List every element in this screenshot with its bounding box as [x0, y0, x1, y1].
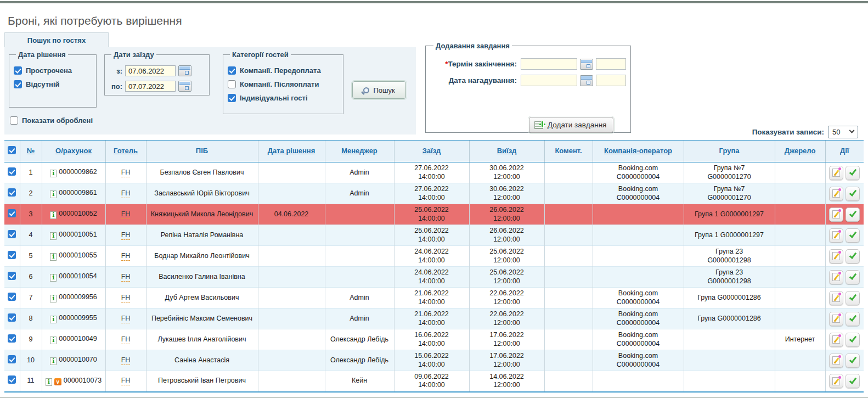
row-checkbox[interactable] [8, 375, 16, 384]
row-checkbox[interactable] [8, 334, 16, 343]
confirm-booking-button[interactable] [846, 312, 860, 326]
edit-booking-button[interactable] [829, 374, 843, 388]
confirm-booking-button[interactable] [846, 166, 860, 180]
sortable-column-link[interactable]: Виїзд [497, 147, 517, 155]
hotel-link[interactable]: FH [121, 231, 131, 240]
row-checkbox[interactable] [8, 251, 16, 259]
select-all-checkbox[interactable] [8, 146, 16, 154]
deadline-time-input[interactable] [596, 58, 626, 70]
filter-option[interactable]: Компанії. Післяоплати [228, 80, 339, 88]
edit-booking-button[interactable] [829, 354, 843, 368]
sortable-column-link[interactable]: № [27, 147, 35, 155]
decision-date-cell [258, 267, 325, 288]
filter-checkbox[interactable] [14, 80, 22, 88]
info-icon[interactable]: i [50, 357, 57, 365]
sortable-column-link[interactable]: О/рахунок [55, 147, 92, 155]
confirm-booking-button[interactable] [846, 270, 860, 284]
table-row: 7i0000009956FHДуб Артем ВасильовичAdmin2… [4, 288, 864, 309]
hotel-link[interactable]: FH [121, 294, 131, 302]
row-number-cell: 3 [20, 204, 42, 225]
decision-date-cell [258, 183, 325, 204]
filter-checkbox[interactable] [228, 66, 236, 75]
hotel-link[interactable]: FH [121, 356, 131, 365]
confirm-booking-button[interactable] [846, 354, 860, 368]
edit-booking-button[interactable] [829, 208, 843, 222]
hotel-link[interactable]: FH [121, 335, 131, 344]
info-icon[interactable]: i [50, 295, 57, 302]
filter-option[interactable]: Індивідуальні гості [228, 94, 339, 102]
sortable-column-link[interactable]: Заїзд [422, 147, 441, 155]
row-checkbox[interactable] [8, 272, 16, 280]
calendar-icon[interactable] [580, 75, 593, 86]
sortable-column-link[interactable]: Компанія-оператор [604, 147, 672, 155]
edit-booking-button[interactable] [829, 312, 843, 326]
hotel-link[interactable]: FH [121, 169, 131, 177]
row-checkbox[interactable] [8, 230, 16, 238]
voucher-icon[interactable]: v [54, 378, 61, 385]
confirm-booking-button[interactable] [846, 208, 860, 222]
confirm-booking-button[interactable] [846, 291, 860, 305]
confirm-booking-button[interactable] [846, 187, 860, 201]
hotel-link[interactable]: FH [121, 315, 131, 323]
edit-booking-button[interactable] [829, 333, 843, 347]
calendar-icon[interactable] [178, 65, 191, 76]
edit-booking-button[interactable] [829, 249, 843, 264]
info-icon[interactable]: i [50, 211, 57, 219]
tab-guest-search[interactable]: Пошук по гостях [4, 32, 109, 48]
info-icon[interactable]: i [50, 274, 57, 282]
magnifier-icon [363, 87, 369, 93]
calendar-icon[interactable] [178, 81, 191, 92]
reminder-time-input[interactable] [596, 75, 626, 86]
info-icon[interactable]: i [50, 170, 57, 177]
page-size-select[interactable]: 50 [828, 126, 858, 138]
hotel-link[interactable]: FH [121, 252, 131, 261]
date-to-input[interactable] [125, 81, 176, 92]
sortable-column-link[interactable]: Джерело [785, 147, 816, 155]
confirm-booking-button[interactable] [846, 333, 860, 347]
info-icon[interactable]: i [50, 316, 57, 323]
filter-checkbox[interactable] [228, 80, 236, 88]
info-icon[interactable]: i [46, 378, 52, 386]
info-icon[interactable]: i [50, 190, 57, 198]
info-icon[interactable]: i [50, 253, 57, 261]
sortable-column-link[interactable]: Готель [114, 147, 138, 155]
row-checkbox[interactable] [8, 209, 16, 217]
show-processed-option[interactable]: Показати оброблені [10, 116, 93, 125]
edit-booking-button[interactable] [829, 187, 843, 201]
edit-booking-button[interactable] [829, 270, 843, 284]
filter-option[interactable]: Компанії. Передоплата [228, 66, 339, 75]
filter-checkbox[interactable] [14, 66, 22, 75]
hotel-link[interactable]: FH [121, 377, 131, 385]
row-checkbox[interactable] [8, 293, 16, 301]
hotel-link[interactable]: FH [121, 273, 131, 282]
row-checkbox[interactable] [8, 188, 16, 197]
row-checkbox[interactable] [8, 167, 16, 176]
deadline-date-input[interactable] [521, 58, 577, 70]
date-from-input[interactable] [125, 65, 176, 76]
info-icon[interactable]: i [50, 337, 57, 344]
reminder-date-input[interactable] [521, 75, 577, 86]
filter-option[interactable]: Прострочена [14, 66, 92, 75]
show-processed-checkbox[interactable] [10, 116, 18, 125]
search-button[interactable]: Пошук [352, 81, 406, 99]
confirm-booking-button[interactable] [846, 374, 860, 388]
edit-booking-button[interactable] [829, 166, 843, 180]
manager-cell: Олександр Лебідь [325, 329, 394, 350]
sortable-column-link[interactable]: Дата рішення [268, 147, 315, 155]
hotel-link[interactable]: FH [121, 210, 131, 219]
sortable-column-link[interactable]: Менеджер [341, 147, 377, 155]
row-checkbox[interactable] [8, 313, 16, 322]
row-checkbox[interactable] [8, 355, 16, 363]
add-task-button[interactable]: Додати завдання [529, 117, 613, 133]
hotel-link[interactable]: FH [121, 189, 131, 198]
edit-booking-button[interactable] [829, 228, 843, 243]
confirm-booking-button[interactable] [846, 228, 860, 243]
info-icon[interactable]: i [50, 232, 57, 240]
edit-booking-button[interactable] [829, 291, 843, 305]
group-cell: Група 23 G0000001298 [684, 267, 775, 288]
confirm-booking-button[interactable] [846, 249, 860, 264]
filter-checkbox[interactable] [228, 94, 236, 102]
filter-option[interactable]: Відсутній [14, 80, 92, 88]
group-cell: Група 1 G0000001297 [684, 204, 775, 225]
calendar-icon[interactable] [580, 59, 593, 70]
